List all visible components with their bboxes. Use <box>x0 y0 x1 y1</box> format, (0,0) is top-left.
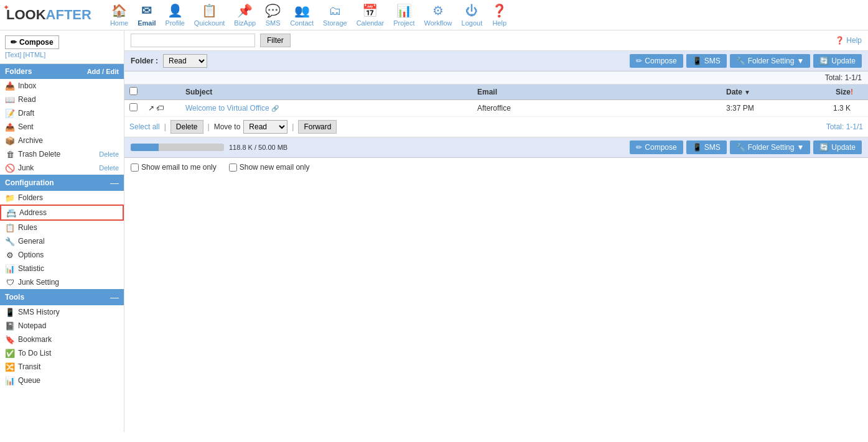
compose-top-button[interactable]: ✏ Compose <box>630 54 683 68</box>
sidebar: ✏ Compose [Text] [HTML] Folders Add / Ed… <box>0 30 124 432</box>
sidebar-item-rules[interactable]: 📋 Rules <box>0 221 124 234</box>
update-bottom-button[interactable]: 🔄 Update <box>813 140 862 154</box>
nav-home[interactable]: 🏠 Home <box>110 3 128 27</box>
progress-bar <box>131 144 224 151</box>
add-edit-link[interactable]: Add / Edit <box>87 68 119 75</box>
nav-project[interactable]: 📊 Project <box>393 3 414 27</box>
logout-icon: ⏻ <box>465 4 478 18</box>
show-new-email-label[interactable]: Show new email only <box>229 163 310 172</box>
sidebar-item-sent[interactable]: 📤 Sent <box>0 120 124 134</box>
show-email-to-me-label[interactable]: Show email to me only <box>131 163 217 172</box>
move-to-select[interactable]: Read Inbox Draft Sent Archive Trash Junk <box>243 120 287 134</box>
folder-bar-right: ✏ Compose 📱 SMS 🔧 Folder Setting ▼ 🔄 <box>630 54 862 68</box>
select-all-link[interactable]: Select all <box>129 122 160 131</box>
sidebar-item-junk[interactable]: 🚫 Junk Delete <box>0 161 124 175</box>
nav-logout[interactable]: ⏻ Logout <box>462 4 483 27</box>
sidebar-item-todo[interactable]: ✅ To Do List <box>0 346 124 360</box>
tools-section: Tools — <box>0 289 124 305</box>
folder-setting-top-button[interactable]: 🔧 Folder Setting ▼ <box>730 54 811 68</box>
queue-label: Queue <box>18 376 40 385</box>
nav-email[interactable]: ✉ Email <box>138 3 156 27</box>
sms-top-button[interactable]: 📱 SMS <box>686 54 727 68</box>
show-new-email-checkbox[interactable] <box>229 163 237 172</box>
address-icon: 📇 <box>6 208 16 218</box>
size-text: 1.3 K <box>833 104 851 113</box>
sidebar-item-folders-config[interactable]: 📁 Folders <box>0 191 124 205</box>
draft-label: Draft <box>18 109 34 117</box>
nav-help[interactable]: ❓ Help <box>492 3 507 27</box>
sidebar-item-junk-setting[interactable]: 🛡 Junk Setting <box>0 275 124 289</box>
header-flag: ! <box>851 88 863 96</box>
sidebar-item-draft[interactable]: 📝 Draft <box>0 106 124 120</box>
nav-bizapp[interactable]: 📌 BizApp <box>234 3 256 27</box>
sidebar-item-sms-history[interactable]: 📱 SMS History <box>0 305 124 319</box>
forward-button[interactable]: Forward <box>298 120 337 134</box>
sidebar-item-options[interactable]: ⚙ Options <box>0 248 124 262</box>
nav-storage[interactable]: 🗂 Storage <box>323 4 347 27</box>
compose-button[interactable]: ✏ Compose <box>5 35 59 49</box>
nav-sms[interactable]: 💬 SMS <box>265 3 281 27</box>
folder-setting-bottom-button[interactable]: 🔧 Folder Setting ▼ <box>730 140 811 154</box>
row-checkbox[interactable] <box>129 103 138 111</box>
nav-help-label: Help <box>492 19 506 27</box>
sms-bottom-button[interactable]: 📱 SMS <box>686 140 727 154</box>
filter-input[interactable] <box>131 34 255 47</box>
show-new-email-text: Show new email only <box>240 163 310 172</box>
sidebar-item-bookmark[interactable]: 🔖 Bookmark <box>0 333 124 346</box>
filter-button[interactable]: Filter <box>260 34 291 47</box>
trash-delete-link[interactable]: Delete <box>99 150 119 158</box>
show-email-to-me-checkbox[interactable] <box>131 163 139 172</box>
sidebar-item-queue[interactable]: 📊 Queue <box>0 374 124 387</box>
statistic-icon: 📊 <box>5 264 15 274</box>
storage-bar-right: ✏ Compose 📱 SMS 🔧 Folder Setting ▼ 🔄 <box>630 140 862 154</box>
tag-icon: 🏷 <box>156 104 164 113</box>
main-content: Filter ❓ Help Folder : Read Inbox Draft … <box>124 30 868 432</box>
compose-bottom-label: Compose <box>645 143 676 152</box>
inbox-label: Inbox <box>18 81 36 90</box>
sidebar-item-statistic[interactable]: 📊 Statistic <box>0 262 124 275</box>
tools-collapse[interactable]: — <box>110 292 119 302</box>
rules-icon: 📋 <box>5 223 15 233</box>
folder-setting-top-icon: 🔧 <box>736 57 745 65</box>
compose-bottom-button[interactable]: ✏ Compose <box>630 140 683 154</box>
configuration-collapse[interactable]: — <box>110 178 119 188</box>
email-subject[interactable]: Welcome to Virtual Office 🔗 <box>185 104 477 113</box>
nav-quickount-label: Quickount <box>194 19 225 27</box>
read-icon: 📖 <box>5 94 15 104</box>
sidebar-item-address[interactable]: 📇 Address <box>0 205 124 221</box>
sidebar-item-notepad[interactable]: 📓 Notepad <box>0 319 124 333</box>
header-email[interactable]: Email <box>477 88 726 96</box>
sidebar-item-inbox[interactable]: 📥 Inbox <box>0 79 124 93</box>
header-subject[interactable]: Subject <box>185 88 477 96</box>
sidebar-item-trash[interactable]: 🗑 Trash Delete Delete <box>0 147 124 161</box>
trash-icon: 🗑 <box>5 149 15 159</box>
storage-text: 118.8 K / 50.00 MB <box>229 144 287 151</box>
nav-quickount[interactable]: 📋 Quickount <box>194 3 225 27</box>
project-icon: 📊 <box>396 3 412 18</box>
sidebar-item-general[interactable]: 🔧 General <box>0 234 124 248</box>
nav-profile[interactable]: 👤 Profile <box>166 3 185 27</box>
compose-label: Compose <box>19 38 54 47</box>
sidebar-item-transit[interactable]: 🔀 Transit <box>0 360 124 374</box>
delete-button[interactable]: Delete <box>170 120 203 134</box>
sms-history-icon: 📱 <box>5 307 15 317</box>
junk-delete-link[interactable]: Delete <box>99 164 119 172</box>
nav-workflow[interactable]: ⚙ Workflow <box>424 3 452 27</box>
transit-label: Transit <box>18 362 40 371</box>
inbox-icon: 📥 <box>5 81 15 91</box>
logo-look: LOOK <box>6 7 46 22</box>
nav-contact[interactable]: 👥 Contact <box>290 3 314 27</box>
folder-select-top[interactable]: Read Inbox Draft Sent Archive Trash Junk <box>163 54 207 68</box>
header-date[interactable]: Date ▼ <box>726 88 801 96</box>
help-link[interactable]: ❓ Help <box>835 36 862 45</box>
header-size[interactable]: Size <box>801 88 851 96</box>
compose-text-link[interactable]: [Text] [HTML] <box>5 51 45 58</box>
date-sort-arrow: ▼ <box>744 89 750 96</box>
sidebar-item-archive[interactable]: 📦 Archive <box>0 134 124 147</box>
nav-calendar[interactable]: 📅 Calendar <box>357 3 385 27</box>
sidebar-item-read[interactable]: 📖 Read <box>0 93 124 106</box>
general-label: General <box>18 237 45 246</box>
update-top-button[interactable]: 🔄 Update <box>813 54 862 68</box>
header-checkbox[interactable] <box>129 87 138 95</box>
sms-history-label: SMS History <box>18 308 60 316</box>
